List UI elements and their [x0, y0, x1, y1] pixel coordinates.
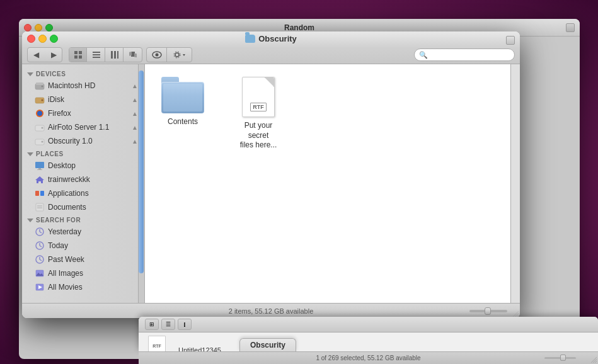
eye-action-button[interactable] [147, 48, 167, 62]
svg-rect-33 [40, 191, 44, 196]
home-icon [35, 174, 45, 185]
bottom-slider-thumb [560, 355, 566, 361]
applications-label: Applications [48, 189, 89, 198]
svg-point-19 [42, 85, 43, 87]
all-images-label: All Images [48, 269, 83, 278]
finder-body: DEVICES Macintosh HD ▲ iDisk ▲ [22, 64, 520, 303]
bottom-slider-track [544, 357, 576, 359]
icon-view-button[interactable] [69, 48, 87, 62]
sidebar-item-yesterday[interactable]: Yesterday [22, 225, 144, 239]
sidebar-item-airfoto[interactable]: AirFoto Server 1.1 ▲ [22, 120, 144, 134]
search-icon: 🔍 [419, 51, 428, 59]
resize-handle-icon [511, 309, 519, 317]
bottom-window-toolbar: ⊞ ☰ ⫿ [139, 317, 598, 333]
sidebar-item-documents[interactable]: Documents [22, 200, 144, 214]
bottom-view-toggle: ⊞ ☰ ⫿ [145, 319, 192, 330]
sidebar-item-trainwreckkk[interactable]: trainwreckkk [22, 173, 144, 186]
bg-min-button[interactable] [35, 24, 42, 31]
bg-window-controls [24, 24, 53, 31]
status-text: 2 items, 55.12 GB available [229, 307, 314, 315]
svg-rect-28 [35, 162, 44, 168]
firefox-icon [35, 108, 45, 118]
search-input[interactable] [414, 48, 515, 61]
svg-line-55 [595, 361, 597, 363]
action-buttons [146, 47, 192, 62]
bg-window-title: Random [284, 23, 314, 32]
sidebar-item-all-movies[interactable]: All Movies [22, 280, 144, 294]
nav-buttons: ◀ ▶ [27, 47, 62, 62]
slider-thumb [485, 307, 491, 315]
back-button[interactable]: ◀ [28, 48, 44, 62]
finder-title-row: Obscurity [22, 31, 520, 47]
sidebar-item-obscurity[interactable]: Obscurity 1.0 ▲ [22, 134, 144, 148]
bottom-window-body: RTF RTF Untitled12345 [139, 333, 598, 351]
contents-folder-item[interactable]: Contents [158, 77, 208, 127]
bg-resize-button[interactable] [566, 23, 575, 32]
gear-action-button[interactable] [168, 48, 192, 62]
sidebar-scrollbar[interactable] [138, 64, 144, 303]
sidebar-item-idisk[interactable]: iDisk ▲ [22, 93, 144, 106]
svg-rect-9 [117, 51, 118, 59]
sidebar-item-desktop[interactable]: Desktop [22, 159, 144, 173]
devices-section-header[interactable]: DEVICES [22, 68, 144, 79]
folder-icon [161, 77, 204, 113]
finder-max-button[interactable] [50, 35, 58, 43]
today-label: Today [48, 241, 68, 250]
sidebar-item-applications[interactable]: Applications [22, 186, 144, 200]
rtf-file-icon: RTF [242, 77, 275, 117]
bottom-area: ⊞ ☰ ⫿ RTF RTF Untitled12345 Obscurity 1 … [139, 317, 598, 364]
devices-triangle [27, 72, 33, 76]
places-section-header[interactable]: PLACES [22, 148, 144, 159]
finder-min-button[interactable] [38, 35, 47, 43]
sidebar-item-past-week[interactable]: Past Week [22, 253, 144, 266]
all-movies-icon [35, 282, 45, 292]
firefox-label: Firefox [48, 109, 71, 118]
svg-point-14 [155, 54, 158, 57]
finder-toolbar: ◀ ▶ [22, 47, 520, 64]
svg-point-15 [175, 53, 179, 57]
forward-button[interactable]: ▶ [45, 48, 62, 62]
airfoto-icon [35, 122, 45, 132]
bottom-untitled-label: Untitled12345 [178, 346, 221, 352]
yesterday-label: Yesterday [48, 227, 81, 236]
finder-resize-button[interactable] [506, 36, 515, 45]
rtf-badge: RTF [250, 103, 267, 111]
bg-max-button[interactable] [45, 24, 53, 31]
folder-body-inner [163, 84, 202, 111]
sidebar-item-macintosh-hd[interactable]: Macintosh HD ▲ [22, 79, 144, 93]
yesterday-icon [35, 227, 45, 237]
sidebar-item-all-images[interactable]: All Images [22, 266, 144, 280]
search-for-section-title: SEARCH FOR [36, 217, 81, 224]
obscurity-tab[interactable]: Obscurity [239, 338, 296, 351]
list-view-button[interactable] [88, 48, 105, 62]
sidebar-item-firefox[interactable]: Firefox ▲ [22, 106, 144, 120]
main-scrollbar[interactable] [510, 64, 520, 303]
macintosh-hd-label: Macintosh HD [48, 81, 95, 90]
coverflow-view-button[interactable] [124, 48, 142, 62]
search-triangle [27, 219, 33, 222]
svg-rect-18 [36, 82, 43, 85]
sidebar-scroll-thumb [139, 71, 144, 273]
finder-close-button[interactable] [27, 35, 35, 43]
desktop-label: Desktop [48, 161, 76, 170]
search-for-section-header[interactable]: SEARCH FOR [22, 214, 144, 225]
bottom-list-view[interactable]: ☰ [161, 319, 175, 330]
svg-rect-0 [74, 51, 78, 54]
bottom-col-view[interactable]: ⫿ [178, 319, 192, 330]
past-week-icon [35, 254, 45, 264]
all-movies-label: All Movies [48, 283, 83, 292]
places-triangle [27, 152, 33, 156]
svg-rect-29 [38, 168, 41, 169]
svg-rect-11 [129, 52, 132, 57]
zoom-slider[interactable] [469, 310, 507, 312]
svg-rect-7 [111, 51, 113, 59]
bottom-rtf-item[interactable]: RTF RTF [148, 336, 166, 351]
all-images-icon [35, 268, 45, 278]
bg-close-button[interactable] [24, 24, 32, 31]
bottom-icon-view[interactable]: ⊞ [145, 319, 159, 330]
trainwreckkk-label: trainwreckkk [48, 175, 90, 184]
secret-files-item[interactable]: RTF Put your secretfiles here... [233, 77, 284, 151]
sidebar-item-today[interactable]: Today [22, 239, 144, 253]
column-view-button[interactable] [106, 48, 124, 62]
bottom-slider[interactable] [544, 357, 576, 359]
